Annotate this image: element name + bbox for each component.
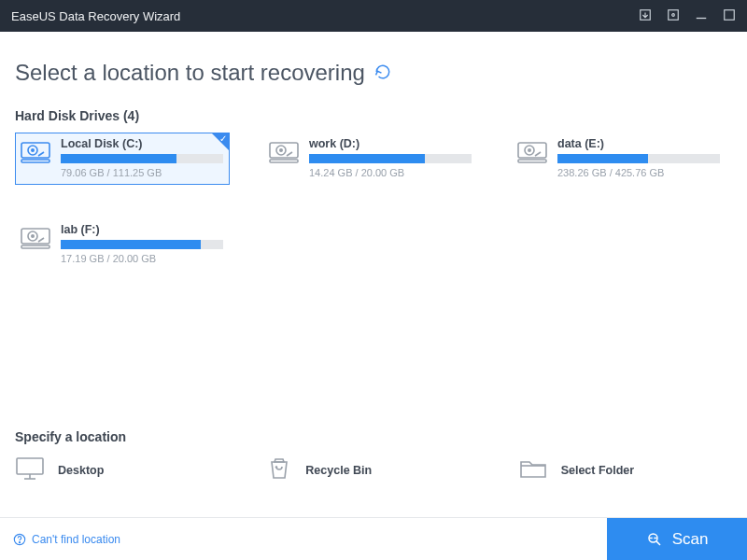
svg-rect-13: [518, 143, 546, 158]
page-title-text: Select a location to start recovering: [15, 60, 365, 86]
svg-rect-1: [669, 9, 679, 20]
title-bar: EaseUS Data Recovery Wizard: [0, 0, 747, 32]
svg-rect-20: [21, 245, 49, 248]
svg-point-25: [19, 541, 20, 542]
footer-bar: Can't find location Scan: [0, 517, 747, 560]
svg-rect-9: [270, 143, 298, 158]
drive-body: data (E:) 238.26 GB / 425.76 GB: [557, 137, 720, 178]
maximize-icon[interactable]: [723, 8, 736, 24]
drive-name: lab (F:): [61, 223, 223, 236]
settings-icon[interactable]: [667, 8, 680, 24]
check-icon: ✓: [219, 133, 227, 144]
help-link[interactable]: Can't find location: [13, 533, 120, 546]
window-controls: [639, 8, 736, 24]
svg-point-2: [672, 13, 675, 16]
refresh-icon[interactable]: [374, 60, 391, 86]
usage-bar: [309, 154, 472, 163]
drive-name: Local Disk (C:): [61, 137, 223, 150]
drive-body: Local Disk (C:) 79.06 GB / 111.25 GB: [61, 137, 223, 178]
drive-size: 14.24 GB / 20.00 GB: [309, 167, 472, 178]
desktop-icon: [15, 455, 45, 485]
scan-button[interactable]: Scan: [607, 518, 747, 561]
svg-rect-8: [21, 160, 49, 162]
drive-body: work (D:) 14.24 GB / 20.00 GB: [309, 137, 472, 178]
specify-section: Specify a location Desktop Recycle Bin S…: [0, 429, 747, 485]
svg-rect-21: [17, 458, 43, 474]
help-link-text: Can't find location: [32, 533, 120, 546]
recycle-bin-icon: [266, 455, 292, 485]
drive-size: 17.19 GB / 20.00 GB: [61, 253, 223, 264]
import-icon[interactable]: [639, 8, 652, 24]
svg-point-11: [280, 149, 282, 151]
page-title: Select a location to start recovering: [15, 60, 736, 86]
hdd-icon: [268, 137, 300, 165]
minimize-icon[interactable]: [695, 8, 708, 24]
location-recycle-label: Recycle Bin: [305, 464, 372, 477]
drive-card[interactable]: lab (F:) 17.19 GB / 20.00 GB: [15, 218, 230, 271]
scan-icon: [646, 531, 663, 548]
location-desktop-label: Desktop: [58, 464, 104, 477]
svg-point-7: [32, 149, 34, 151]
drive-name: data (E:): [557, 137, 720, 150]
svg-rect-12: [270, 160, 298, 162]
usage-bar: [61, 154, 223, 163]
svg-rect-4: [725, 9, 735, 20]
svg-point-15: [529, 149, 530, 151]
scan-button-label: Scan: [672, 530, 709, 549]
svg-rect-17: [21, 229, 49, 244]
folder-icon: [518, 456, 548, 484]
drive-size: 79.06 GB / 111.25 GB: [61, 167, 223, 178]
usage-bar: [61, 240, 223, 249]
svg-rect-16: [518, 160, 546, 162]
location-folder[interactable]: Select Folder: [518, 455, 732, 485]
location-folder-label: Select Folder: [561, 464, 635, 477]
drive-card[interactable]: data (E:) 238.26 GB / 425.76 GB: [512, 133, 726, 185]
drive-card[interactable]: ✓ Local Disk (C:) 79.06 GB / 111.25 GB: [15, 133, 230, 185]
drive-name: work (D:): [309, 137, 472, 150]
drive-card[interactable]: work (D:) 14.24 GB / 20.00 GB: [263, 133, 478, 185]
hdd-section-title: Hard Disk Drives (4): [15, 108, 736, 123]
svg-line-27: [656, 540, 660, 544]
main-content: Select a location to start recovering Ha…: [0, 32, 747, 271]
hdd-icon: [20, 223, 51, 251]
svg-point-19: [32, 235, 34, 237]
help-icon: [13, 533, 26, 546]
drives-grid: ✓ Local Disk (C:) 79.06 GB / 111.25 GB w…: [11, 133, 736, 271]
drive-size: 238.26 GB / 425.76 GB: [557, 167, 720, 178]
location-desktop[interactable]: Desktop: [15, 455, 229, 485]
location-recycle[interactable]: Recycle Bin: [266, 455, 480, 485]
app-title: EaseUS Data Recovery Wizard: [11, 9, 639, 23]
usage-bar: [557, 154, 720, 163]
specify-title: Specify a location: [15, 429, 736, 444]
specify-row: Desktop Recycle Bin Select Folder: [11, 455, 736, 485]
svg-rect-5: [21, 143, 49, 158]
drive-body: lab (F:) 17.19 GB / 20.00 GB: [61, 223, 223, 264]
hdd-icon: [516, 137, 548, 165]
hdd-icon: [20, 137, 51, 165]
